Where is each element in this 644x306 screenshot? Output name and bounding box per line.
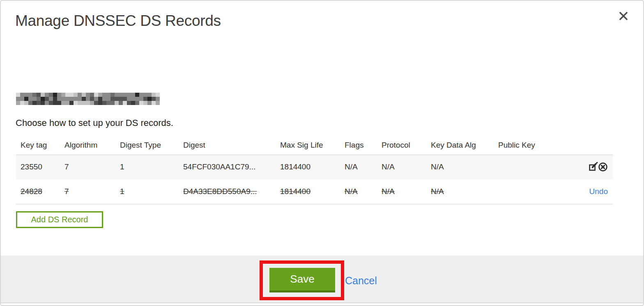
cell-algorithm: 7: [64, 155, 120, 179]
cell-max-sig-life: 1814400: [280, 155, 345, 179]
delete-circle-x-icon: [598, 167, 608, 173]
col-header-digest-type: Digest Type: [120, 136, 183, 155]
close-icon: [619, 16, 628, 22]
cell-max-sig-life: 1814400: [280, 179, 345, 204]
cell-key-tag: 24828: [16, 179, 64, 204]
cell-digest: D4A33E8DD550A9...: [183, 179, 280, 204]
redacted-domain-name: [16, 93, 160, 105]
cell-flags: N/A: [345, 155, 382, 179]
col-header-key-tag: Key tag: [16, 136, 64, 155]
cell-public-key: [498, 179, 551, 204]
close-button[interactable]: [618, 11, 629, 22]
col-header-actions: [551, 136, 613, 155]
col-header-protocol: Protocol: [382, 136, 431, 155]
cell-digest-type: 1: [120, 179, 183, 204]
save-button[interactable]: Save: [269, 268, 335, 292]
cell-flags: N/A: [345, 179, 382, 204]
edit-record-button[interactable]: [588, 162, 598, 172]
col-header-algorithm: Algorithm: [64, 136, 120, 155]
cell-public-key: [498, 155, 551, 179]
cell-protocol: N/A: [382, 155, 431, 179]
cell-algorithm: 7: [64, 179, 120, 204]
table-header-row: Key tag Algorithm Digest Type Digest Max…: [16, 136, 613, 155]
cell-actions: Undo: [551, 179, 613, 204]
cell-key-data-alg: N/A: [431, 155, 498, 179]
manage-dnssec-modal: Manage DNSSEC DS Records Choose how to s…: [0, 0, 644, 306]
cell-actions: [551, 155, 613, 179]
page-title: Manage DNSSEC DS Records: [15, 12, 221, 30]
cell-digest: 54FCF030AA1C79...: [183, 155, 280, 179]
table-row-pending-delete: 24828 7 1 D4A33E8DD550A9... 1814400 N/A …: [16, 179, 613, 204]
col-header-key-data-alg: Key Data Alg: [431, 136, 498, 155]
instruction-text: Choose how to set up your DS records.: [16, 118, 173, 128]
col-header-max-sig-life: Max Sig Life: [280, 136, 345, 155]
add-ds-record-button[interactable]: Add DS Record: [16, 211, 103, 228]
undo-link[interactable]: Undo: [589, 187, 608, 196]
ds-records-table: Key tag Algorithm Digest Type Digest Max…: [16, 136, 613, 204]
cell-key-tag: 23550: [16, 155, 64, 179]
table-row: 23550 7 1 54FCF030AA1C79... 1814400 N/A …: [16, 155, 613, 179]
col-header-digest: Digest: [183, 136, 280, 155]
col-header-flags: Flags: [345, 136, 382, 155]
cancel-link[interactable]: Cancel: [345, 275, 377, 287]
cell-digest-type: 1: [120, 155, 183, 179]
edit-icon: [588, 167, 598, 173]
cell-protocol: N/A: [382, 179, 431, 204]
cell-key-data-alg: N/A: [431, 179, 498, 204]
col-header-public-key: Public Key: [498, 136, 551, 155]
delete-record-button[interactable]: [598, 162, 608, 172]
